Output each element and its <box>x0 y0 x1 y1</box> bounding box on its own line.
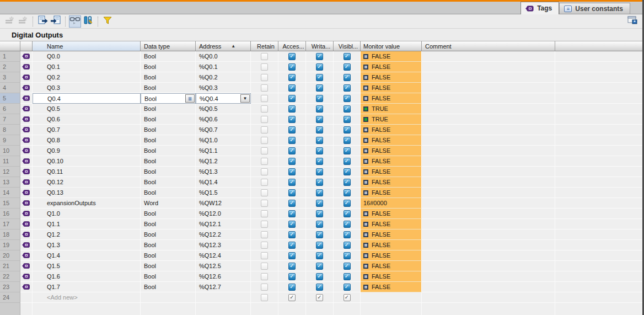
tag-name-cell[interactable]: Q0.3 <box>33 83 141 93</box>
data-type-cell[interactable]: Bool <box>141 62 196 72</box>
writable-checkbox[interactable]: ✓ <box>316 74 323 81</box>
writable-checkbox[interactable]: ✓ <box>316 200 323 207</box>
retain-checkbox[interactable] <box>261 273 268 280</box>
writable-checkbox[interactable]: ✓ <box>316 95 323 102</box>
row-number[interactable]: 2 <box>0 62 20 72</box>
accessible-checkbox[interactable]: ✓ <box>288 273 296 280</box>
visible-checkbox[interactable]: ✓ <box>344 53 351 60</box>
comment-cell[interactable] <box>422 282 555 292</box>
row-number[interactable]: 22 <box>0 271 20 282</box>
retain-settings-button[interactable] <box>82 15 94 28</box>
visible-checkbox[interactable]: ✓ <box>344 273 351 280</box>
accessible-checkbox[interactable]: ✓ <box>288 53 296 60</box>
data-type-cell[interactable]: Bool <box>141 72 196 83</box>
retain-checkbox[interactable] <box>261 221 268 228</box>
data-type-cell[interactable]: Bool <box>141 229 196 240</box>
accessible-checkbox[interactable]: ✓ <box>288 200 296 207</box>
visible-checkbox[interactable]: ✓ <box>344 84 351 92</box>
accessible-checkbox[interactable]: ✓ <box>288 263 296 270</box>
monitor-value-cell[interactable]: 16#0000 <box>361 198 422 209</box>
writable-checkbox[interactable]: ✓ <box>316 189 323 196</box>
tag-name-cell[interactable]: Q0.0 <box>33 51 141 62</box>
monitor-value-cell[interactable]: FALSE <box>361 282 422 292</box>
retain-checkbox[interactable] <box>261 116 268 123</box>
accessible-checkbox[interactable]: ✓ <box>288 116 296 123</box>
monitor-value-cell[interactable]: FALSE <box>361 261 422 271</box>
comment-cell[interactable] <box>422 250 555 261</box>
header-visible[interactable]: Visibl... <box>334 41 361 51</box>
monitor-value-cell[interactable]: FALSE <box>361 93 422 104</box>
comment-cell[interactable] <box>422 156 555 167</box>
visible-checkbox[interactable]: ✓ <box>344 294 351 301</box>
comment-cell[interactable] <box>422 292 555 303</box>
header-name[interactable]: Name <box>33 41 141 51</box>
row-number[interactable]: 14 <box>0 188 20 198</box>
comment-cell[interactable] <box>422 209 555 219</box>
visible-checkbox[interactable]: ✓ <box>344 137 351 144</box>
accessible-checkbox[interactable]: ✓ <box>288 137 296 144</box>
monitor-value-cell[interactable]: TRUE <box>361 104 422 114</box>
writable-checkbox[interactable]: ✓ <box>316 63 323 71</box>
comment-cell[interactable] <box>422 83 555 93</box>
comment-cell[interactable] <box>422 198 555 209</box>
retain-checkbox[interactable] <box>261 158 268 165</box>
data-type-cell[interactable]: Bool <box>141 261 196 271</box>
writable-checkbox[interactable]: ✓ <box>316 284 323 291</box>
tag-name-cell[interactable]: Q1.6 <box>33 271 141 282</box>
data-type-cell[interactable]: Bool <box>141 209 196 219</box>
data-type-cell[interactable]: Bool <box>141 51 196 62</box>
row-number[interactable]: 7 <box>0 114 20 125</box>
monitor-value-cell[interactable]: FALSE <box>361 72 422 83</box>
address-cell[interactable]: %Q1.0 <box>196 135 251 146</box>
retain-checkbox[interactable] <box>261 231 268 238</box>
tag-name-cell[interactable]: expansionOutputs <box>33 198 141 209</box>
visible-checkbox[interactable]: ✓ <box>344 242 351 249</box>
visible-checkbox[interactable]: ✓ <box>344 147 351 154</box>
address-cell[interactable]: %Q0.6 <box>196 114 251 125</box>
retain-checkbox[interactable] <box>261 242 268 249</box>
visible-checkbox[interactable]: ✓ <box>344 284 351 291</box>
writable-checkbox[interactable]: ✓ <box>316 252 323 259</box>
row-number[interactable]: 23 <box>0 282 20 292</box>
window-layout-button[interactable] <box>626 15 638 28</box>
data-type-cell[interactable]: Bool <box>141 188 196 198</box>
writable-checkbox[interactable]: ✓ <box>316 231 323 238</box>
tag-name-cell[interactable]: Q1.3 <box>33 240 141 250</box>
monitor-value-cell[interactable]: FALSE <box>361 125 422 135</box>
monitor-value-cell[interactable]: FALSE <box>361 188 422 198</box>
header-rownum[interactable] <box>0 41 20 51</box>
comment-cell[interactable] <box>422 188 555 198</box>
accessible-checkbox[interactable]: ✓ <box>288 126 296 134</box>
data-type-cell[interactable]: Bool <box>141 282 196 292</box>
accessible-checkbox[interactable]: ✓ <box>288 252 296 259</box>
row-number[interactable]: 18 <box>0 229 20 240</box>
writable-checkbox[interactable]: ✓ <box>316 84 323 92</box>
data-type-cell[interactable] <box>141 292 196 303</box>
monitor-value-cell[interactable]: FALSE <box>361 51 422 62</box>
address-cell[interactable]: %Q0.0 <box>196 51 251 62</box>
writable-checkbox[interactable]: ✓ <box>316 158 323 165</box>
tag-name-cell[interactable]: Q0.7 <box>33 125 141 135</box>
visible-checkbox[interactable]: ✓ <box>344 231 351 238</box>
writable-checkbox[interactable]: ✓ <box>316 210 323 217</box>
writable-checkbox[interactable]: ✓ <box>316 242 323 249</box>
row-number[interactable]: 17 <box>0 219 20 229</box>
row-number[interactable]: 15 <box>0 198 20 209</box>
monitor-value-cell[interactable]: FALSE <box>361 229 422 240</box>
comment-cell[interactable] <box>422 51 555 62</box>
visible-checkbox[interactable]: ✓ <box>344 168 351 175</box>
monitor-value-cell[interactable]: FALSE <box>361 62 422 72</box>
visible-checkbox[interactable]: ✓ <box>344 74 351 81</box>
comment-cell[interactable] <box>422 135 555 146</box>
accessible-checkbox[interactable]: ✓ <box>288 105 296 113</box>
data-type-cell[interactable]: Bool <box>141 240 196 250</box>
address-cell[interactable]: %Q1.1 <box>196 146 251 156</box>
comment-cell[interactable] <box>422 177 555 188</box>
address-cell[interactable]: %Q12.4 <box>196 250 251 261</box>
accessible-checkbox[interactable]: ✓ <box>288 63 296 71</box>
address-cell[interactable]: %Q12.5 <box>196 261 251 271</box>
address-cell[interactable]: %Q12.2 <box>196 229 251 240</box>
data-type-cell[interactable]: Bool <box>141 114 196 125</box>
row-number[interactable]: 13 <box>0 177 20 188</box>
row-number[interactable]: 3 <box>0 72 20 83</box>
